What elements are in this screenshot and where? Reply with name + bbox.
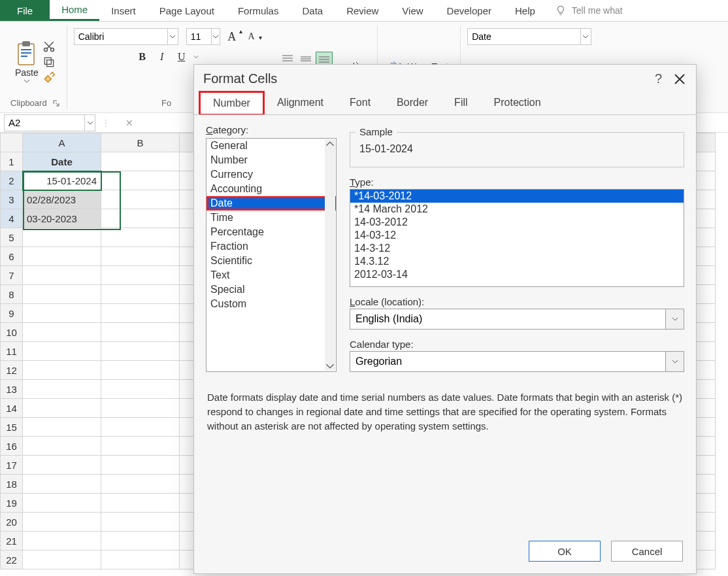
type-item-2[interactable]: 14-03-2012 <box>350 216 684 229</box>
number-format-input[interactable] <box>468 31 580 42</box>
cat-date[interactable]: Date <box>207 196 336 211</box>
number-format-dropdown[interactable] <box>580 29 591 44</box>
dialog-help-button[interactable]: ? <box>644 71 672 86</box>
calendar-dropdown[interactable] <box>666 351 684 372</box>
cell-b3[interactable] <box>101 190 180 209</box>
tab-data[interactable]: Data <box>290 0 335 21</box>
row-header-21[interactable]: 21 <box>1 532 23 551</box>
type-item-0[interactable]: *14-03-2012 <box>350 190 684 203</box>
cell-a3[interactable]: 02/28/2023 <box>23 190 101 209</box>
row-header-15[interactable]: 15 <box>1 418 23 437</box>
paste-button[interactable]: Paste <box>15 40 39 84</box>
bold-button[interactable]: B <box>135 49 150 65</box>
dlg-tab-font[interactable]: Font <box>337 92 384 115</box>
chevron-down-icon[interactable] <box>193 54 199 60</box>
ok-button[interactable]: OK <box>529 541 601 562</box>
row-header-14[interactable]: 14 <box>1 399 23 418</box>
row-header-4[interactable]: 4 <box>1 209 23 228</box>
tab-page-layout[interactable]: Page Layout <box>148 0 226 21</box>
cat-special[interactable]: Special <box>207 282 336 297</box>
cat-accounting[interactable]: Accounting <box>207 182 336 196</box>
row-header-1[interactable]: 1 <box>1 152 23 171</box>
font-size-dropdown[interactable] <box>211 29 219 44</box>
row-header-5[interactable]: 5 <box>1 228 23 247</box>
dlg-tab-number[interactable]: Number <box>199 92 264 115</box>
cancel-formula-icon[interactable]: ✕ <box>125 118 133 128</box>
row-header-12[interactable]: 12 <box>1 361 23 380</box>
calendar-combo[interactable] <box>350 351 684 372</box>
cat-currency[interactable]: Currency <box>207 167 336 182</box>
cancel-button[interactable]: Cancel <box>611 541 683 562</box>
row-header-18[interactable]: 18 <box>1 475 23 494</box>
row-header-6[interactable]: 6 <box>1 247 23 266</box>
row-header-19[interactable]: 19 <box>1 494 23 513</box>
cell-b4[interactable] <box>101 209 180 228</box>
name-box-dropdown[interactable] <box>84 115 95 131</box>
cell-a2[interactable]: 15-01-2024 <box>23 171 101 190</box>
col-header-b[interactable]: B <box>101 133 180 152</box>
tab-help[interactable]: Help <box>503 0 547 21</box>
cell-a1[interactable]: Date <box>23 152 101 171</box>
font-name-dropdown[interactable] <box>167 29 178 44</box>
locale-combo[interactable] <box>350 309 684 330</box>
row-header-17[interactable]: 17 <box>1 456 23 475</box>
font-size-combo[interactable] <box>186 28 220 45</box>
close-icon[interactable] <box>672 72 687 86</box>
number-format-combo[interactable] <box>467 28 591 45</box>
select-all-corner[interactable] <box>1 133 23 152</box>
locale-dropdown[interactable] <box>666 309 684 330</box>
cell-b2[interactable] <box>101 171 180 190</box>
tab-home[interactable]: Home <box>50 0 99 21</box>
row-header-13[interactable]: 13 <box>1 380 23 399</box>
cat-general[interactable]: General <box>207 139 336 153</box>
col-header-a[interactable]: A <box>23 133 101 152</box>
row-header-2[interactable]: 2 <box>1 171 23 190</box>
scroll-up-icon[interactable] <box>325 139 335 148</box>
font-name-combo[interactable] <box>74 28 178 45</box>
row-header-22[interactable]: 22 <box>1 551 23 569</box>
cell-a4[interactable]: 03-20-2023 <box>23 209 101 228</box>
tab-file[interactable]: File <box>0 0 50 21</box>
name-box-input[interactable] <box>5 117 84 128</box>
type-item-3[interactable]: 14-03-12 <box>350 229 684 242</box>
type-item-5[interactable]: 14.3.12 <box>350 255 684 268</box>
cat-text[interactable]: Text <box>207 268 336 282</box>
row-header-20[interactable]: 20 <box>1 513 23 532</box>
underline-button[interactable]: U <box>174 49 190 65</box>
type-item-6[interactable]: 2012-03-14 <box>350 268 684 281</box>
tab-insert[interactable]: Insert <box>99 0 148 21</box>
type-item-1[interactable]: *14 March 2012 <box>350 203 684 216</box>
tab-view[interactable]: View <box>390 0 435 21</box>
cat-number[interactable]: Number <box>207 153 336 167</box>
row-header-7[interactable]: 7 <box>1 266 23 285</box>
row-header-3[interactable]: 3 <box>1 190 23 209</box>
dlg-tab-protection[interactable]: Protection <box>481 92 554 115</box>
row-header-8[interactable]: 8 <box>1 285 23 304</box>
cat-fraction[interactable]: Fraction <box>207 239 336 254</box>
cat-percentage[interactable]: Percentage <box>207 225 336 239</box>
row-header-10[interactable]: 10 <box>1 323 23 342</box>
font-name-input[interactable] <box>74 31 167 42</box>
locale-input[interactable] <box>350 309 666 330</box>
row-header-16[interactable]: 16 <box>1 437 23 456</box>
cat-custom[interactable]: Custom <box>207 297 336 311</box>
format-painter-icon[interactable] <box>42 71 56 84</box>
tell-me[interactable]: Tell me what <box>547 0 627 21</box>
grow-font-button[interactable]: A <box>224 29 240 44</box>
calendar-input[interactable] <box>350 351 666 372</box>
cat-time[interactable]: Time <box>207 211 336 225</box>
dlg-tab-fill[interactable]: Fill <box>441 92 480 115</box>
italic-button[interactable]: I <box>154 49 170 65</box>
type-list[interactable]: *14-03-2012 *14 March 2012 14-03-2012 14… <box>350 189 684 287</box>
cell-b1[interactable] <box>101 152 180 171</box>
tab-formulas[interactable]: Formulas <box>226 0 291 21</box>
tab-review[interactable]: Review <box>335 0 390 21</box>
cut-icon[interactable] <box>42 40 56 53</box>
font-size-input[interactable] <box>187 31 212 42</box>
scrollbar[interactable] <box>325 139 335 371</box>
dlg-tab-alignment[interactable]: Alignment <box>264 92 337 115</box>
row-header-9[interactable]: 9 <box>1 304 23 323</box>
tab-developer[interactable]: Developer <box>435 0 503 21</box>
copy-icon[interactable] <box>42 56 56 69</box>
shrink-font-button[interactable]: A <box>244 29 259 44</box>
